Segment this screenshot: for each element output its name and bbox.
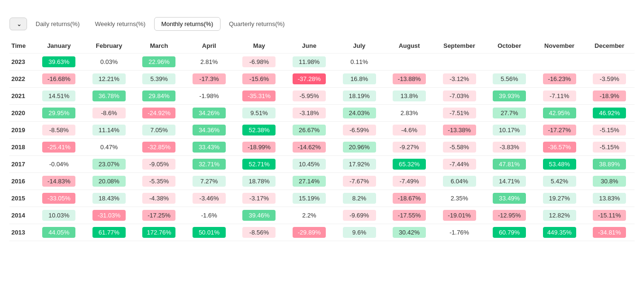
data-cell: 11.98% xyxy=(284,54,334,71)
col-header-february: February xyxy=(84,38,134,54)
data-cell: -33.05% xyxy=(34,190,84,207)
data-cell: -9.05% xyxy=(134,156,184,173)
data-cell: -17.25% xyxy=(134,207,184,224)
year-cell: 2015 xyxy=(9,190,34,207)
data-cell: 10.17% xyxy=(484,122,534,139)
year-cell: 2016 xyxy=(9,173,34,190)
data-cell: 53.48% xyxy=(534,156,585,173)
table-row: 201410.03%-31.03%-17.25%-1.6%39.46%2.2%-… xyxy=(9,207,635,224)
data-cell: -5.58% xyxy=(434,139,485,156)
data-cell: 27.7% xyxy=(484,105,534,122)
data-cell: 42.95% xyxy=(534,105,585,122)
btc-chevron-icon: ⌄ xyxy=(17,20,22,27)
year-cell: 2022 xyxy=(9,71,34,88)
data-cell: -7.11% xyxy=(534,88,585,105)
tab-quarterly[interactable]: Quarterly returns(%) xyxy=(222,18,292,30)
data-cell: -16.68% xyxy=(34,71,84,88)
table-row: 202029.95%-8.6%-24.92%34.26%9.51%-3.18%2… xyxy=(9,105,635,122)
data-cell: 2.83% xyxy=(384,105,434,122)
btc-selector[interactable]: ⌄ xyxy=(9,18,27,30)
data-cell: 29.84% xyxy=(134,88,184,105)
data-cell: -9.69% xyxy=(334,207,385,224)
data-cell: -7.03% xyxy=(434,88,485,105)
data-cell: 46.92% xyxy=(584,105,635,122)
data-cell: -17.27% xyxy=(534,122,585,139)
data-cell: 33.43% xyxy=(184,139,234,156)
tab-weekly[interactable]: Weekly returns(%) xyxy=(88,18,152,30)
col-header-march: March xyxy=(134,38,184,54)
table-row: 201344.05%61.77%172.76%50.01%-8.56%-29.8… xyxy=(9,224,635,241)
year-cell: 2023 xyxy=(9,54,34,71)
data-cell: -13.88% xyxy=(384,71,434,88)
returns-table: TimeJanuaryFebruaryMarchAprilMayJuneJuly… xyxy=(9,38,635,241)
data-cell: 52.38% xyxy=(234,122,285,139)
col-header-january: January xyxy=(34,38,84,54)
data-cell: -8.6% xyxy=(84,105,134,122)
data-cell: 34.36% xyxy=(184,122,234,139)
data-cell: 5.56% xyxy=(484,71,534,88)
data-cell: -8.56% xyxy=(234,224,285,241)
tab-monthly[interactable]: Monthly returns(%) xyxy=(154,17,221,31)
data-cell: 50.01% xyxy=(184,224,234,241)
data-cell: 8.2% xyxy=(334,190,385,207)
data-cell: 9.51% xyxy=(234,105,285,122)
data-cell: 14.51% xyxy=(34,88,84,105)
data-cell: 27.14% xyxy=(284,173,334,190)
data-cell: 18.78% xyxy=(234,173,285,190)
data-cell: -1.6% xyxy=(184,207,234,224)
data-cell: -3.59% xyxy=(584,71,635,88)
data-cell: -6.59% xyxy=(334,122,385,139)
data-cell: 172.76% xyxy=(134,224,184,241)
table-row: 2018-25.41%0.47%-32.85%33.43%-18.99%-14.… xyxy=(9,139,635,156)
data-cell: 22.96% xyxy=(134,54,184,71)
data-cell: 26.67% xyxy=(284,122,334,139)
data-cell: 2.81% xyxy=(184,54,234,71)
data-cell: -3.46% xyxy=(184,190,234,207)
data-cell: 39.93% xyxy=(484,88,534,105)
data-cell: -24.92% xyxy=(134,105,184,122)
year-cell: 2014 xyxy=(9,207,34,224)
data-cell: 5.39% xyxy=(134,71,184,88)
data-cell: -1.76% xyxy=(434,224,485,241)
data-cell: 13.83% xyxy=(584,190,635,207)
data-cell: 24.03% xyxy=(334,105,385,122)
data-cell: -7.49% xyxy=(384,173,434,190)
data-cell: 60.79% xyxy=(484,224,534,241)
data-cell: 10.03% xyxy=(34,207,84,224)
data-cell: -35.31% xyxy=(234,88,285,105)
data-cell: 15.19% xyxy=(284,190,334,207)
data-cell: 18.19% xyxy=(334,88,385,105)
col-header-may: May xyxy=(234,38,285,54)
data-cell: -14.83% xyxy=(34,173,84,190)
col-header-july: July xyxy=(334,38,385,54)
data-cell: 44.05% xyxy=(34,224,84,241)
data-cell: -37.28% xyxy=(284,71,334,88)
table-row: 2016-14.83%20.08%-5.35%7.27%18.78%27.14%… xyxy=(9,173,635,190)
data-cell: 52.71% xyxy=(234,156,285,173)
data-cell: 23.07% xyxy=(84,156,134,173)
data-cell: -1.98% xyxy=(184,88,234,105)
data-cell: -18.67% xyxy=(384,190,434,207)
data-cell: 0.47% xyxy=(84,139,134,156)
year-cell: 2018 xyxy=(9,139,34,156)
tab-daily[interactable]: Daily returns(%) xyxy=(29,18,86,30)
data-cell: -3.83% xyxy=(484,139,534,156)
table-row: 202339.63%0.03%22.96%2.81%-6.98%11.98%0.… xyxy=(9,54,635,71)
data-cell: 5.42% xyxy=(534,173,585,190)
data-cell: -32.85% xyxy=(134,139,184,156)
data-cell: 16.8% xyxy=(334,71,385,88)
data-cell: -6.98% xyxy=(234,54,285,71)
data-cell: 2.2% xyxy=(284,207,334,224)
data-cell: -14.62% xyxy=(284,139,334,156)
data-cell: 38.89% xyxy=(584,156,635,173)
data-cell: 18.43% xyxy=(84,190,134,207)
data-cell: 39.46% xyxy=(234,207,285,224)
data-cell: -17.55% xyxy=(384,207,434,224)
data-cell: 7.27% xyxy=(184,173,234,190)
data-cell: 47.81% xyxy=(484,156,534,173)
data-cell: 32.71% xyxy=(184,156,234,173)
data-cell: -18.99% xyxy=(234,139,285,156)
data-cell: 30.42% xyxy=(384,224,434,241)
data-cell: -0.04% xyxy=(34,156,84,173)
data-cell: 6.04% xyxy=(434,173,485,190)
